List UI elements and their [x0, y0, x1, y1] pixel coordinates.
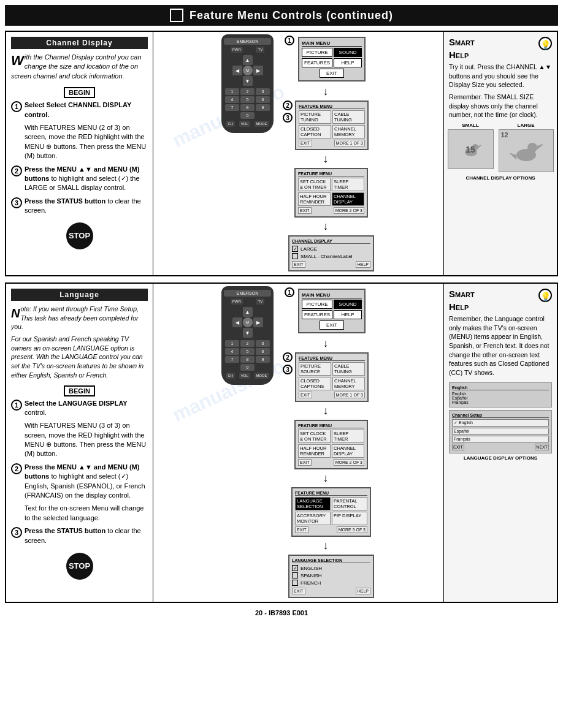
lang-screen2-row: 2 3 FEATURE MENU PICTURE SOURCE CABLE TU…: [282, 351, 370, 403]
lang-f1-channel-memory: CHANNEL MEMORY: [332, 377, 365, 390]
dpad-down[interactable]: ▼: [243, 76, 253, 86]
remote2-num7[interactable]: 7: [225, 356, 239, 363]
channel-intro: With the Channel Display control you can…: [11, 53, 148, 81]
remote2-tv-btn[interactable]: TV: [256, 298, 264, 305]
remote-brand: EMERSON: [224, 38, 271, 45]
lang-screen-step1: 1: [285, 287, 294, 297]
remote2-num2[interactable]: 2: [240, 340, 255, 347]
lang-menu-sound: SOUND: [334, 300, 362, 309]
remote-wrap: EMERSON PWR TV ▲ ▼ ◀ ▶: [221, 34, 274, 133]
remote-num1[interactable]: 1: [225, 88, 239, 95]
english-label: ENGLISH: [301, 566, 322, 571]
remote-num5[interactable]: 5: [240, 96, 255, 103]
remote-tv-btn[interactable]: TV: [256, 47, 264, 53]
remote2-num1[interactable]: 1: [225, 340, 239, 347]
channel-screen1-row: 1 MAIN MENU PICTURE SOUND FEATURES HELP: [283, 34, 368, 84]
lang-fm2-grid: SET CLOCK & ON TIMER SLEEP TIMER HALF HO…: [298, 430, 364, 458]
channel-left-panel: Channel Display With the Channel Display…: [6, 32, 153, 275]
spanish-label: SPANISH: [301, 573, 322, 578]
large-checkbox: [292, 246, 298, 252]
channel-screen2-row: 2 3 FEATURE MENU PICTURE TUNING CABLE TU…: [282, 99, 370, 151]
dpad2-right[interactable]: ▶: [253, 317, 263, 327]
lang-feature-menu1: FEATURE MENU PICTURE SOURCE CABLE TUNING…: [295, 352, 369, 402]
remote-num9[interactable]: 9: [256, 104, 270, 111]
smart-help-title: Smart Help: [449, 37, 475, 63]
remote2-num5[interactable]: 5: [240, 348, 255, 355]
channel-step1-text: Select Select CHANNEL DISPLAY control.: [25, 100, 148, 119]
large-label: LARGE: [301, 246, 317, 252]
drop-cap: W: [11, 54, 24, 67]
channel-step2: 2 Press the MENU ▲▼ and MENU (M) buttons…: [11, 165, 148, 193]
svg-marker-5: [537, 143, 543, 150]
remote-num7[interactable]: 7: [225, 104, 239, 111]
channel-step2-num: 2: [11, 165, 22, 176]
dpad-center[interactable]: M: [243, 66, 253, 75]
lang-visual-label2: Channel Setup: [452, 413, 549, 418]
remote2-dpad: ▲ ▼ ◀ ▶ M: [232, 307, 263, 338]
dpad2-down[interactable]: ▼: [243, 328, 253, 338]
remote-num0[interactable]: 0: [240, 112, 255, 119]
remote-top: EMERSON: [224, 38, 271, 45]
menu-exit: EXIT: [320, 69, 344, 78]
remote-mode-btn[interactable]: MODE: [255, 121, 269, 127]
channel-right-panel: Smart Help 💡 Try it out. Press the CHANN…: [443, 32, 557, 275]
dpad2-up[interactable]: ▲: [243, 307, 253, 317]
smart-heading-large: Help: [449, 50, 475, 60]
remote-num6[interactable]: 6: [256, 96, 270, 103]
dpad2-left[interactable]: ◀: [232, 317, 242, 327]
dpad-right[interactable]: ▶: [253, 66, 263, 75]
remote-power-btn[interactable]: PWR: [231, 47, 243, 53]
remote2-power-btn[interactable]: PWR: [231, 298, 243, 305]
remote-num2[interactable]: 2: [240, 88, 255, 95]
lang-fm2-exit: EXIT: [298, 459, 312, 466]
channel-step1-num: 1: [11, 101, 22, 112]
language-stop-badge: STOP: [66, 553, 93, 580]
remote2-num3[interactable]: 3: [256, 340, 270, 347]
svg-marker-6: [509, 153, 516, 160]
small-label: SMALL - Channel/Label: [301, 254, 353, 259]
page-header: Feature Menu Controls (continued): [5, 5, 558, 26]
f2-exit-more: EXIT MORE 2 OF 3: [298, 207, 364, 214]
lang-step-circles: 2 3: [282, 351, 294, 376]
remote2-num4[interactable]: 4: [225, 348, 239, 355]
dpad2-center[interactable]: M: [243, 317, 253, 327]
remote2-num0[interactable]: 0: [240, 364, 255, 371]
small-checkbox: [292, 253, 298, 259]
lv-english: ✓ English: [452, 419, 549, 427]
remote2-num9[interactable]: 9: [256, 356, 270, 363]
remote-num8[interactable]: 8: [240, 104, 255, 111]
lv-francais: Français: [452, 436, 549, 442]
lang-main-menu-grid: PICTURE SOUND FEATURES HELP: [302, 300, 362, 319]
remote2-vol-btn[interactable]: VOL: [239, 373, 250, 379]
remote-numpad: 1 2 3 4 5 6 7 8 9 0: [225, 88, 270, 119]
channel-step3: 3 Press the STATUS button to clear the s…: [11, 197, 148, 216]
lang-fm2-label: FEATURE MENU: [298, 423, 364, 428]
lang-fm1-grid: PICTURE SOURCE CABLE TUNING CLOSED CAPTI…: [299, 362, 365, 390]
channel-display-caption: CHANNEL DISPLAY OPTIONS: [449, 175, 552, 181]
bird-small-svg: [460, 138, 481, 160]
dpad-up[interactable]: ▲: [243, 55, 253, 65]
lang-f2-set-clock: SET CLOCK & ON TIMER: [298, 430, 331, 443]
language-intro2: For our Spanish and French speaking TV o…: [11, 335, 148, 379]
lang-menu-features: FEATURES: [302, 310, 332, 319]
screen-step1-circle: 1: [285, 36, 294, 45]
language-center-inner: EMERSON PWR TV ▲ ▼ ◀ ▶ M: [153, 284, 443, 602]
lang-opt-english: ENGLISH: [292, 565, 370, 571]
channel-step3-text: Press the STATUS button to clear the scr…: [25, 197, 148, 216]
bird-small-box: 15: [448, 129, 494, 169]
channel-opt-small: SMALL - Channel/Label: [292, 253, 370, 259]
remote-num4[interactable]: 4: [225, 96, 239, 103]
remote-vol-btn[interactable]: VOL: [239, 121, 250, 127]
remote-num3[interactable]: 3: [256, 88, 270, 95]
lang-main-menu-screen: MAIN MENU PICTURE SOUND FEATURES HELP EX…: [298, 289, 366, 333]
feature-menu2-screen: FEATURE MENU SET CLOCK & ON TIMER SLEEP …: [294, 168, 368, 218]
lang-visual-items: ✓ English Español Français: [452, 419, 549, 442]
remote-ch-btn[interactable]: CH: [226, 121, 235, 127]
remote2-mode-btn[interactable]: MODE: [255, 373, 269, 379]
lang-opt-spanish: SPANISH: [292, 572, 370, 578]
remote2-ch-btn[interactable]: CH: [226, 373, 235, 379]
remote2-num8[interactable]: 8: [240, 356, 255, 363]
remote2-num6[interactable]: 6: [256, 348, 270, 355]
dpad-left[interactable]: ◀: [232, 66, 242, 75]
french-checkbox: [292, 580, 298, 586]
